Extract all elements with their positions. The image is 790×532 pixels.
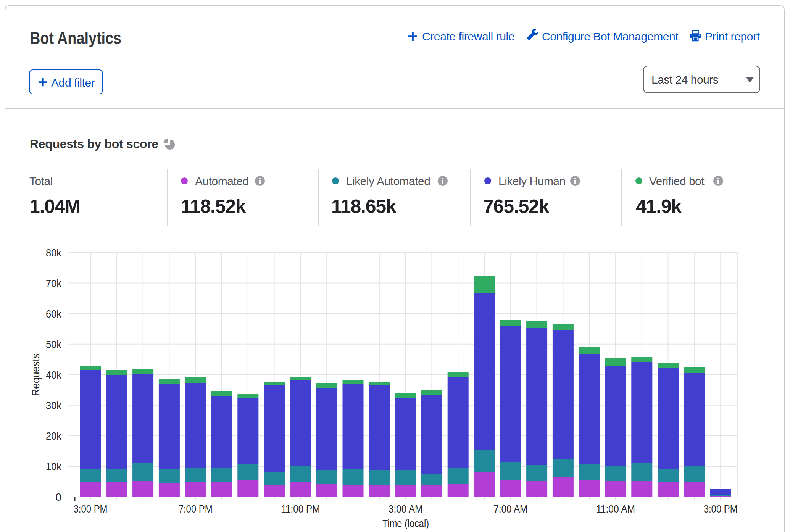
- svg-text:3:00 PM: 3:00 PM: [704, 503, 738, 515]
- svg-text:20k: 20k: [46, 430, 62, 442]
- svg-text:40k: 40k: [46, 369, 62, 381]
- svg-text:0: 0: [55, 491, 61, 503]
- svg-text:80k: 80k: [46, 247, 62, 259]
- svg-text:Time (local): Time (local): [382, 517, 429, 529]
- svg-text:3:00 AM: 3:00 AM: [389, 503, 422, 515]
- svg-text:30k: 30k: [46, 400, 62, 411]
- svg-text:Requests: Requests: [30, 353, 42, 396]
- svg-text:50k: 50k: [46, 339, 62, 350]
- svg-text:7:00 PM: 7:00 PM: [179, 503, 213, 515]
- svg-text:60k: 60k: [46, 308, 62, 320]
- svg-text:11:00 AM: 11:00 AM: [596, 503, 635, 515]
- svg-text:10k: 10k: [46, 461, 62, 472]
- svg-text:3:00 PM: 3:00 PM: [74, 503, 108, 515]
- svg-text:7:00 AM: 7:00 AM: [493, 503, 527, 515]
- svg-text:70k: 70k: [46, 277, 62, 289]
- svg-text:11:00 PM: 11:00 PM: [281, 503, 320, 515]
